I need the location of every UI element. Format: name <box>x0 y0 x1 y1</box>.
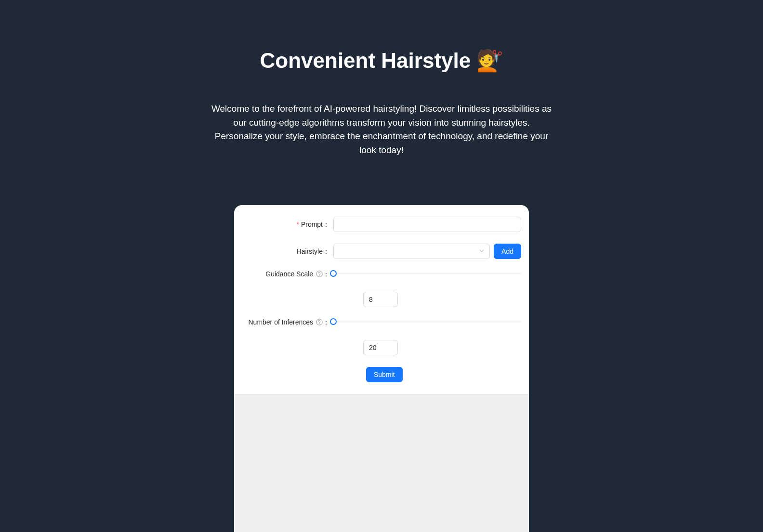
hairstyle-label: Hairstyle： <box>242 244 333 259</box>
guidance-scale-slider[interactable] <box>333 271 521 276</box>
submit-row: Submit <box>242 367 521 382</box>
guidance-scale-row: Guidance Scale ： <box>242 271 521 307</box>
num-inferences-row: Number of Inferences ： <box>242 319 521 355</box>
add-button[interactable]: Add <box>494 244 521 259</box>
svg-point-1 <box>319 275 319 275</box>
required-star-icon: * <box>296 221 299 228</box>
hairstyle-row: Hairstyle： Add <box>242 244 521 259</box>
label-colon: ： <box>323 270 329 278</box>
svg-point-3 <box>319 323 319 324</box>
prompt-row: *Prompt： <box>242 217 521 232</box>
prompt-label-text: Prompt <box>301 221 323 228</box>
page-title: Convenient Hairstyle 💇 <box>150 48 613 73</box>
num-inferences-label-text: Number of Inferences <box>248 318 313 326</box>
label-colon: ： <box>323 318 329 326</box>
guidance-scale-label-text: Guidance Scale <box>265 270 313 278</box>
num-inferences-slider[interactable] <box>333 319 521 324</box>
label-colon: ： <box>323 221 329 228</box>
prompt-input[interactable] <box>333 217 521 232</box>
prompt-label: *Prompt： <box>242 217 333 232</box>
num-inferences-input[interactable] <box>363 340 398 355</box>
page-description: Welcome to the forefront of AI-powered h… <box>210 102 553 157</box>
num-inferences-label: Number of Inferences ： <box>242 319 333 325</box>
help-icon[interactable] <box>316 319 323 325</box>
guidance-scale-input[interactable] <box>363 292 398 307</box>
submit-button[interactable]: Submit <box>366 367 403 382</box>
slider-handle[interactable] <box>330 270 337 277</box>
result-area <box>234 394 529 532</box>
hairstyle-select[interactable] <box>333 244 490 259</box>
guidance-scale-label: Guidance Scale ： <box>242 271 333 277</box>
label-colon: ： <box>323 247 329 255</box>
help-icon[interactable] <box>316 271 323 277</box>
form-card: *Prompt： Hairstyle： <box>234 205 529 532</box>
slider-handle[interactable] <box>330 318 337 325</box>
hairstyle-label-text: Hairstyle <box>297 247 323 255</box>
